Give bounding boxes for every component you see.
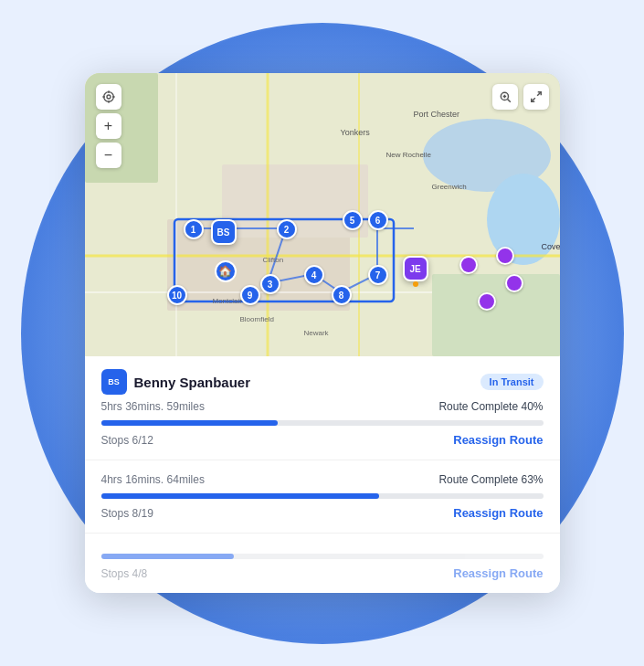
svg-line-23 — [507, 100, 510, 102]
route-stops-row-3: Stops 4/8 Reassign Route — [101, 566, 544, 580]
map-label-bloomfield: Bloomfield — [240, 315, 274, 323]
route-card-2: 4hrs 16mins. 64miles Route Complete 63% … — [85, 460, 560, 534]
pin-p1[interactable] — [459, 256, 478, 274]
zoom-icon-button[interactable] — [492, 84, 518, 110]
svg-point-17 — [103, 92, 113, 102]
zoom-out-button[interactable]: − — [96, 143, 121, 168]
pin-bs[interactable]: BS — [211, 219, 237, 245]
map-label-yonkers: Yonkers — [341, 128, 370, 137]
pin-p2[interactable] — [478, 292, 496, 311]
route-complete-1: Route Complete 40% — [438, 400, 543, 413]
route-card-1: BS Benny Spanbauer In Transit 5hrs 36min… — [85, 356, 560, 460]
routes-panel: BS Benny Spanbauer In Transit 5hrs 36min… — [85, 356, 560, 593]
pin-1[interactable]: 1 — [184, 219, 204, 239]
map-label-montclair: Montclair — [213, 297, 242, 305]
driver-name-1: Benny Spanbauer — [134, 375, 251, 390]
route-stops-row-2: Stops 8/19 Reassign Route — [101, 506, 544, 520]
pin-6[interactable]: 6 — [368, 210, 388, 230]
route-meta-2: 4hrs 16mins. 64miles Route Complete 63% — [101, 473, 544, 486]
route-meta-1: 5hrs 36mins. 59miles Route Complete 40% — [101, 400, 544, 413]
pin-4[interactable]: 4 — [304, 265, 324, 285]
route-time-2: 4hrs 16mins. 64miles — [101, 473, 205, 486]
svg-point-16 — [107, 95, 111, 99]
pin-10[interactable]: 10 — [167, 285, 187, 305]
fullscreen-button[interactable] — [523, 84, 549, 110]
route-path — [85, 73, 560, 356]
reassign-button-1[interactable]: Reassign Route — [453, 433, 543, 447]
progress-bar-fill-3 — [101, 554, 234, 559]
progress-bar-fill-2 — [101, 493, 380, 499]
map-label-newark: Newark — [304, 329, 329, 337]
route-complete-2: Route Complete 63% — [438, 473, 543, 486]
progress-bar-fill-1 — [101, 420, 279, 426]
reassign-button-2[interactable]: Reassign Route — [453, 506, 543, 520]
pin-p3[interactable] — [505, 274, 523, 292]
pin-home[interactable]: 🏠 — [215, 260, 237, 282]
progress-bar-bg-3 — [101, 554, 544, 559]
status-badge-1: In Transit — [480, 374, 544, 390]
pin-9[interactable]: 9 — [240, 285, 260, 305]
pin-p4[interactable] — [496, 247, 514, 265]
main-card: + − BS 1 2 3 4 5 6 7 8 — [85, 73, 560, 593]
map-container[interactable]: + − BS 1 2 3 4 5 6 7 8 — [85, 73, 560, 356]
progress-bar-bg-2 — [101, 493, 544, 499]
route-card-3: Stops 4/8 Reassign Route — [85, 534, 560, 593]
reassign-button-3[interactable]: Reassign Route — [453, 566, 543, 580]
map-label-new-rochelle: New Rochelle — [386, 151, 431, 159]
stops-text-3: Stops 4/8 — [101, 567, 148, 580]
map-label-cove: Cove — [542, 242, 560, 251]
driver-avatar-1: BS — [101, 369, 127, 395]
locate-button[interactable] — [96, 84, 121, 110]
pin-7[interactable]: 7 — [368, 265, 388, 285]
route-card-1-header: BS Benny Spanbauer In Transit — [101, 369, 544, 395]
stops-text-1: Stops 6/12 — [101, 434, 153, 447]
route-time-1: 5hrs 36mins. 59miles — [101, 400, 205, 413]
map-label-greenwich: Greenwich — [432, 183, 467, 191]
map-label-clifton: Clifton — [263, 256, 284, 264]
driver-info-1: BS Benny Spanbauer — [101, 369, 251, 395]
stops-text-2: Stops 8/19 — [101, 507, 153, 520]
map-label-port-chester: Port Chester — [414, 110, 460, 119]
pin-3[interactable]: 3 — [260, 274, 280, 294]
pin-5[interactable]: 5 — [343, 210, 363, 230]
map-controls-right — [492, 84, 549, 110]
map-controls-left: + − — [96, 84, 121, 168]
pin-8[interactable]: 8 — [332, 285, 352, 305]
zoom-in-button[interactable]: + — [96, 113, 121, 139]
route-stops-row-1: Stops 6/12 Reassign Route — [101, 433, 544, 447]
pin-2[interactable]: 2 — [277, 219, 297, 239]
progress-bar-bg-1 — [101, 420, 544, 426]
pin-je[interactable]: JE — [403, 256, 428, 281]
